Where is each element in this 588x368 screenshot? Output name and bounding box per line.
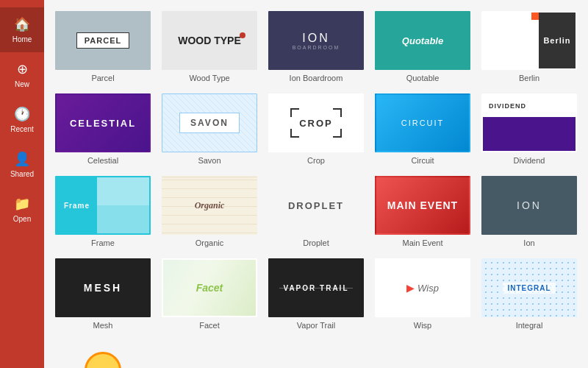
template-crop[interactable]: CROP Crop (268, 93, 364, 165)
new-icon: ⊕ (17, 61, 28, 77)
open-icon: 📁 (14, 196, 30, 212)
template-ion-boardroom[interactable]: ION BOARDROOM Ion Boardroom (268, 11, 364, 82)
wisp-arrow: ▶ (406, 282, 415, 294)
template-label-woodtype: Wood Type (189, 74, 229, 82)
ion-boardroom-sub: BOARDROOM (293, 45, 340, 50)
template-parcel[interactable]: PARCEL Parcel (55, 11, 151, 82)
circuit-text: CIRCUIT (401, 118, 445, 127)
templates-grid: PARCEL Parcel WOOD TYPE Wood Type ION BO… (55, 11, 577, 368)
template-facet[interactable]: Facet Facet (162, 258, 257, 330)
sidebar-label-new: New (15, 80, 29, 88)
template-frame[interactable]: Frame Frame (55, 176, 151, 247)
frame-bot-panel (97, 205, 149, 233)
sidebar-label-shared: Shared (10, 170, 34, 178)
sidebar-label-home: Home (12, 35, 32, 43)
template-ion2[interactable]: ION Ion (481, 176, 577, 247)
sidebar-item-recent[interactable]: 🕐 Recent (0, 97, 44, 142)
crop-text: CROP (299, 118, 333, 129)
droplet-text: DROPLET (288, 200, 344, 211)
template-berlin[interactable]: Berlin Berlin (481, 11, 577, 82)
template-label-dividend: Dividend (514, 156, 545, 165)
template-woodtype[interactable]: WOOD TYPE Wood Type (162, 11, 257, 82)
integral-text: INTEGRAL (503, 283, 555, 294)
template-droplet[interactable]: DROPLET Droplet (268, 176, 364, 247)
frame-side-panel (97, 177, 149, 233)
template-label-savon: Savon (198, 156, 220, 165)
template-badge[interactable]: BADGE Badge (55, 341, 151, 368)
crop-corner-br (333, 129, 342, 138)
sidebar-item-shared[interactable]: 👤 Shared (0, 142, 44, 187)
template-mesh[interactable]: MESH Mesh (55, 258, 151, 330)
sidebar-label-recent: Recent (10, 125, 34, 133)
template-label-facet: Facet (199, 321, 220, 330)
template-label-integral: Integral (516, 321, 543, 330)
template-savon[interactable]: SAVON Savon (162, 93, 257, 165)
ion-boardroom-text: ION (302, 32, 329, 45)
organic-text: Organic (195, 200, 225, 211)
mesh-text: MESH (84, 282, 122, 294)
recent-icon: 🕐 (14, 106, 30, 122)
template-wisp[interactable]: ▶ Wisp Wisp (375, 258, 470, 330)
celestial-text: CELESTIAL (70, 118, 136, 129)
template-integral[interactable]: INTEGRAL Integral (481, 258, 577, 330)
shared-icon: 👤 (14, 151, 30, 167)
template-vaportrail[interactable]: VAPOR TRAIL Vapor Trail (268, 258, 364, 330)
parcel-label-text: PARCEL (76, 32, 129, 49)
template-circuit[interactable]: CIRCUIT Circuit (375, 93, 470, 165)
crop-corner-tr (333, 108, 342, 117)
template-label-celestial: Celestial (87, 156, 118, 165)
frame-main-panel: Frame (57, 177, 97, 233)
berlin-label-text: Berlin (543, 36, 570, 45)
berlin-accent-dot (531, 13, 539, 20)
template-label-ion2: Ion (523, 238, 534, 247)
woodtype-text: WOOD TYPE (178, 35, 241, 46)
dividend-top: DIVIDEND (483, 95, 576, 117)
template-dividend[interactable]: DIVIDEND Dividend (481, 93, 577, 165)
quotable-text: Quotable (402, 35, 443, 46)
sidebar-item-open[interactable]: 📁 Open (0, 187, 44, 232)
frame-top-panel (97, 177, 149, 205)
woodtype-dot (240, 32, 245, 38)
mainevent-text: MAIN EVENT (387, 199, 458, 211)
template-gallery: PARCEL Parcel WOOD TYPE Wood Type ION BO… (44, 0, 588, 368)
facet-text: Facet (196, 282, 223, 294)
template-label-ion-boardroom: Ion Boardroom (290, 74, 343, 82)
vaportrail-text: VAPOR TRAIL (283, 284, 348, 292)
template-quotable[interactable]: Quotable Quotable (375, 11, 470, 82)
home-icon: 🏠 (14, 16, 30, 32)
template-mainevent[interactable]: MAIN EVENT Main Event (375, 176, 470, 247)
template-label-organic: Organic (196, 238, 224, 247)
sidebar: 🏠 Home ⊕ New 🕐 Recent 👤 Shared 📁 Open (0, 0, 44, 368)
crop-frame: CROP (290, 108, 342, 138)
template-label-mesh: Mesh (93, 321, 113, 330)
crop-corner-tl (290, 108, 299, 117)
template-label-droplet: Droplet (303, 238, 329, 247)
template-label-mainevent: Main Event (402, 238, 442, 247)
template-label-vaportrail: Vapor Trail (297, 321, 335, 330)
template-label-berlin: Berlin (519, 74, 539, 82)
sidebar-label-open: Open (13, 215, 31, 223)
template-label-quotable: Quotable (406, 74, 440, 82)
wisp-text: Wisp (417, 283, 439, 294)
berlin-dark-bar: Berlin (539, 13, 576, 68)
savon-text: SAVON (179, 113, 240, 133)
template-label-parcel: Parcel (91, 74, 114, 82)
dividend-bottom (483, 117, 576, 151)
ion2-text: ION (517, 199, 542, 211)
template-label-crop: Crop (307, 156, 325, 165)
template-label-wisp: Wisp (414, 321, 431, 330)
badge-circle: BADGE (85, 352, 121, 368)
template-label-frame: Frame (91, 238, 115, 247)
template-celestial[interactable]: CELESTIAL Celestial (55, 93, 151, 165)
template-organic[interactable]: Organic Organic (162, 176, 257, 247)
sidebar-item-home[interactable]: 🏠 Home (0, 7, 44, 52)
template-label-circuit: Circuit (411, 156, 434, 165)
sidebar-item-new[interactable]: ⊕ New (0, 52, 44, 97)
crop-corner-bl (290, 129, 299, 138)
